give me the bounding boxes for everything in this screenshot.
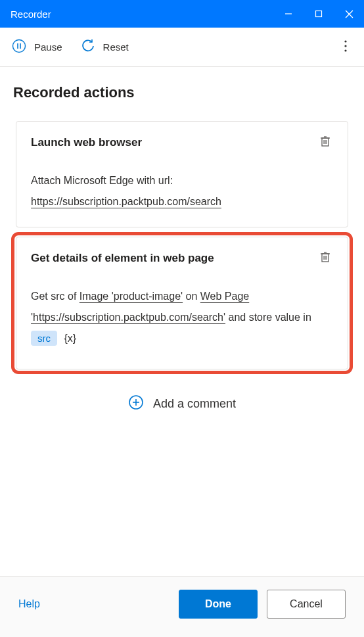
page-title: Recorded actions [13, 84, 351, 101]
text-fragment: and store value in [228, 312, 311, 323]
window-title: Recorder [11, 9, 273, 20]
svg-point-7 [344, 40, 346, 42]
maximize-button[interactable] [304, 0, 334, 28]
more-button[interactable] [339, 35, 352, 60]
card-body: Get src of Image 'product-image' on Web … [31, 286, 333, 349]
done-button[interactable]: Done [179, 590, 258, 619]
reset-icon [81, 39, 95, 55]
close-button[interactable] [334, 0, 364, 28]
pause-button[interactable]: Pause [12, 39, 62, 55]
delete-button[interactable] [317, 133, 333, 152]
element-link[interactable]: Image 'product-image' [80, 291, 183, 302]
minimize-button[interactable] [273, 0, 304, 28]
card-title: Get details of element in web page [31, 252, 317, 265]
action-card[interactable]: Launch web browser Attach Microsoft Edge… [16, 121, 348, 227]
variable-hint: {x} [64, 333, 76, 344]
add-comment-label: Add a comment [153, 397, 236, 411]
text-fragment: Get src of [31, 291, 80, 302]
card-body: Attach Microsoft Edge with url: https://… [31, 170, 333, 212]
text-fragment: on [186, 291, 200, 302]
plus-circle-icon [128, 394, 144, 413]
delete-button[interactable] [317, 249, 333, 268]
pause-label: Pause [34, 41, 62, 53]
card-title: Launch web browser [31, 136, 317, 149]
toolbar: Pause Reset [0, 28, 364, 67]
titlebar: Recorder [0, 0, 364, 28]
add-comment-button[interactable]: Add a comment [13, 394, 351, 413]
content-area: Recorded actions Launch web browser Atta… [0, 67, 364, 576]
svg-point-8 [344, 45, 346, 47]
help-link[interactable]: Help [18, 598, 40, 610]
reset-label: Reset [103, 41, 129, 53]
variable-pill[interactable]: src [31, 331, 57, 346]
cancel-button[interactable]: Cancel [267, 590, 346, 619]
card-text: Attach Microsoft Edge with url: [31, 175, 173, 186]
svg-rect-1 [316, 11, 322, 17]
action-card-highlighted[interactable]: Get details of element in web page Get s… [16, 237, 348, 369]
pause-icon [12, 39, 26, 55]
url-link[interactable]: https://subscription.packtpub.com/search [31, 196, 221, 207]
footer: Help Done Cancel [0, 576, 364, 637]
reset-button[interactable]: Reset [81, 39, 129, 55]
svg-point-4 [13, 40, 26, 53]
svg-point-9 [344, 49, 346, 51]
